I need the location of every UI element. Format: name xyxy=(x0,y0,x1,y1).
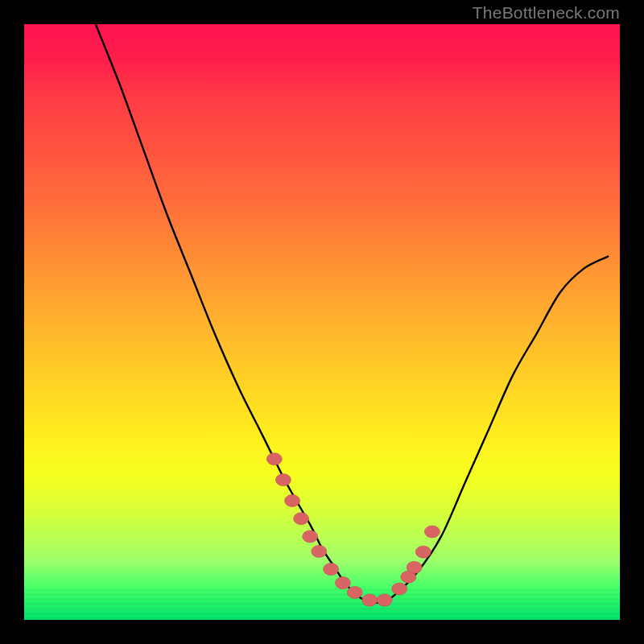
data-marker xyxy=(335,577,350,589)
data-marker xyxy=(303,530,318,543)
data-marker xyxy=(362,594,378,606)
data-marker xyxy=(415,546,431,558)
data-marker xyxy=(294,513,309,525)
data-marker xyxy=(324,564,339,576)
data-marker xyxy=(377,594,392,606)
data-marker xyxy=(347,586,362,598)
data-marker xyxy=(275,474,291,486)
plot-area xyxy=(24,24,620,620)
chart-frame: TheBottleneck.com xyxy=(0,0,644,644)
curve-layer xyxy=(24,24,620,620)
marker-group xyxy=(266,453,440,606)
data-marker xyxy=(424,526,440,538)
watermark-text: TheBottleneck.com xyxy=(473,3,620,23)
data-marker xyxy=(312,545,327,557)
bottleneck-curve xyxy=(96,24,608,603)
data-marker xyxy=(285,495,300,507)
data-marker xyxy=(266,453,282,465)
data-marker xyxy=(392,583,407,595)
data-marker xyxy=(407,561,422,573)
